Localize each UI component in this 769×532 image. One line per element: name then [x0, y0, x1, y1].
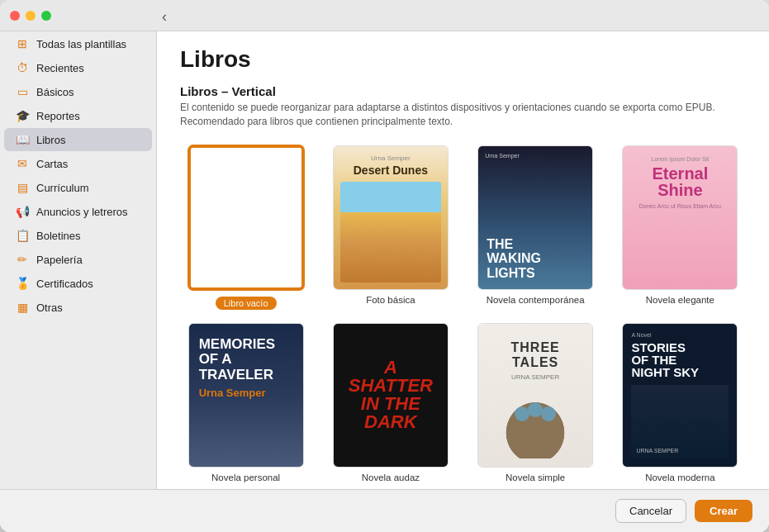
sidebar-label-curriculum: Currículum: [36, 182, 89, 194]
template-desert-dunes[interactable]: Urna Semper Desert Dunes Foto básica: [325, 145, 456, 310]
template-label-modern: Novela moderna: [645, 473, 714, 482]
envelope-icon: ✉: [16, 157, 29, 170]
cover-title-modern: STORIESOF THENIGHT SKY: [631, 341, 729, 378]
template-thumb-modern: A Novel STORIESOF THENIGHT SKY URNA SEMP…: [622, 323, 738, 468]
cover-title-personal: Memoriesof aTraveler: [199, 337, 293, 383]
medal-icon: 🏅: [16, 277, 29, 290]
template-bold[interactable]: ASHATTERIN THEDARK Novela audaz: [325, 323, 456, 482]
template-simple[interactable]: THREE TALES URNA SEMPER Novela simple: [470, 323, 601, 482]
section-title: Libros – Vertical: [180, 84, 746, 98]
template-thumb-simple: THREE TALES URNA SEMPER: [477, 323, 593, 468]
sidebar-item-curriculum[interactable]: ▤ Currículum: [4, 176, 152, 199]
template-thumb-empty: [188, 145, 304, 290]
cover-title-contemporary: THE WAKING LIGHTS: [487, 237, 584, 281]
cover-author-small: Urna Semper: [371, 154, 411, 162]
templates-grid: Libro vacío Urna Semper Desert Dunes Fot…: [157, 132, 769, 532]
cover-author-elegant: Lorem Ipsum Dolor Sit: [652, 156, 710, 162]
sidebar-label-todas: Todas las plantillas: [36, 38, 126, 50]
list-icon: ▤: [16, 181, 29, 194]
template-empty[interactable]: Libro vacío: [180, 145, 311, 310]
sidebar-item-papeleria[interactable]: ✏ Papelería: [4, 248, 152, 271]
sidebar: ⊞ Todas las plantillas ⏱ Recientes ▭ Bás…: [0, 0, 157, 532]
section-header: Libros – Vertical El contenido se puede …: [180, 84, 746, 129]
sidebar-item-certificados[interactable]: 🏅 Certificados: [4, 272, 152, 295]
clock-icon: ⏱: [16, 61, 29, 74]
template-label-bold: Novela audaz: [362, 473, 420, 482]
sidebar-item-anuncios[interactable]: 📢 Anuncios y letreros: [4, 200, 152, 223]
cancel-button[interactable]: Cancelar: [615, 499, 686, 523]
selected-badge: Libro vacío: [216, 297, 277, 310]
back-button[interactable]: ‹: [162, 8, 167, 26]
grid-icon: ⊞: [16, 37, 29, 50]
cover-title-simple: THREE TALES: [487, 340, 584, 370]
maximize-button[interactable]: [41, 11, 51, 21]
app-window: ‹ ⊞ Todas las plantillas ⏱ Recientes ▭ B…: [0, 0, 769, 532]
sidebar-label-boletines: Boletines: [36, 230, 80, 242]
cover-type-modern: A Novel: [631, 332, 729, 338]
sidebar-item-boletines[interactable]: 📋 Boletines: [4, 224, 152, 247]
template-thumb-elegant: Lorem Ipsum Dolor Sit EternalShine Donec…: [622, 145, 738, 290]
page-title: Libros: [180, 46, 746, 73]
cover-forest: URNA SEMPER: [631, 385, 729, 458]
rect-icon: ▭: [16, 85, 29, 98]
sidebar-label-libros: Libros: [36, 134, 65, 146]
template-thumb-bold: ASHATTERIN THEDARK: [333, 323, 449, 468]
titlebar: [0, 0, 769, 31]
footer: Cancelar Crear: [0, 489, 769, 532]
template-modern[interactable]: A Novel STORIESOF THENIGHT SKY URNA SEMP…: [615, 323, 746, 482]
close-button[interactable]: [10, 11, 20, 21]
minimize-button[interactable]: [26, 11, 36, 21]
main-header: Libros Libros – Vertical El contenido se…: [157, 31, 769, 132]
sidebar-label-anuncios: Anuncios y letreros: [36, 206, 128, 218]
dunes-image: [340, 182, 441, 283]
sidebar-item-recientes[interactable]: ⏱ Recientes: [4, 56, 152, 79]
sidebar-label-papeleria: Papelería: [36, 254, 83, 266]
sidebar-item-libros[interactable]: 📖 Libros: [4, 128, 152, 151]
book-icon: 📖: [16, 133, 29, 146]
template-personal[interactable]: Memoriesof aTraveler Urna Semper Novela …: [180, 323, 311, 482]
cover-author-contemporary: Urna Semper: [485, 153, 520, 159]
sidebar-label-recientes: Recientes: [36, 62, 84, 74]
sidebar-label-reportes: Reportes: [36, 110, 80, 122]
create-button[interactable]: Crear: [695, 500, 752, 522]
main-content: Libros Libros – Vertical El contenido se…: [157, 0, 769, 532]
sidebar-item-reportes[interactable]: 🎓 Reportes: [4, 104, 152, 127]
template-label-simple: Novela simple: [506, 473, 565, 482]
template-label-elegant: Novela elegante: [646, 295, 714, 305]
egg3: [541, 406, 556, 421]
cover-author-personal: Urna Semper: [199, 387, 293, 399]
sidebar-item-basicos[interactable]: ▭ Básicos: [4, 80, 152, 103]
template-elegant[interactable]: Lorem Ipsum Dolor Sit EternalShine Donec…: [615, 145, 746, 310]
diploma-icon: 🎓: [16, 109, 29, 122]
template-label-desert-dunes: Foto básica: [366, 295, 415, 305]
template-thumb-desert-dunes: Urna Semper Desert Dunes: [333, 145, 449, 290]
pencil-icon: ✏: [16, 253, 29, 266]
sidebar-label-basicos: Básicos: [36, 86, 74, 98]
cover-title-main: Desert Dunes: [354, 164, 428, 177]
sidebar-item-cartas[interactable]: ✉ Cartas: [4, 152, 152, 175]
cover-subtitle-elegant: Donec Arcu ut Risus Etiam Arcu: [639, 203, 721, 209]
other-icon: ▦: [16, 301, 29, 314]
template-label-contemporary: Novela contemporánea: [487, 295, 585, 305]
sidebar-item-otras[interactable]: ▦ Otras: [4, 296, 152, 319]
megaphone-icon: 📢: [16, 205, 29, 218]
clipboard-icon: 📋: [16, 229, 29, 242]
sidebar-label-cartas: Cartas: [36, 158, 68, 170]
nest-decoration: [498, 394, 572, 458]
cover-author-simple: URNA SEMPER: [511, 373, 559, 381]
cover-title-bold: ASHATTERIN THEDARK: [349, 359, 433, 431]
template-thumb-personal: Memoriesof aTraveler Urna Semper: [188, 323, 304, 468]
cover-author-modern: URNA SEMPER: [636, 448, 678, 454]
sidebar-label-otras: Otras: [36, 302, 63, 314]
sidebar-item-todas[interactable]: ⊞ Todas las plantillas: [4, 32, 152, 55]
template-contemporary[interactable]: Urna Semper THE WAKING LIGHTS Novela con…: [470, 145, 601, 310]
sidebar-label-certificados: Certificados: [36, 278, 93, 290]
template-thumb-contemporary: Urna Semper THE WAKING LIGHTS: [477, 145, 593, 290]
section-description: El contenido se puede reorganizar para a…: [180, 101, 742, 129]
template-label-personal: Novela personal: [211, 473, 280, 482]
cover-title-elegant: EternalShine: [652, 165, 708, 198]
